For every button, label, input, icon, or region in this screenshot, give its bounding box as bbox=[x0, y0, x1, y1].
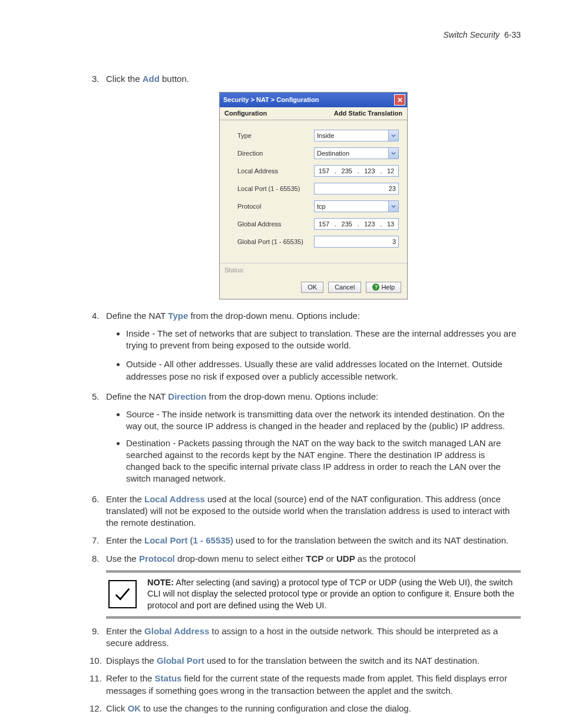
protocol-label: Protocol bbox=[237, 202, 314, 211]
dialog-subheader: Configuration Add Static Translation bbox=[220, 107, 407, 120]
bullet-source: Source - The inside network is transmitt… bbox=[126, 409, 521, 433]
global-port-field[interactable]: 3 bbox=[314, 236, 399, 248]
note-block: NOTE: After selecting (and saving) a pro… bbox=[106, 571, 521, 618]
chevron-down-icon bbox=[388, 130, 398, 141]
step-8: 8. Use the Protocol drop-down menu to se… bbox=[106, 553, 521, 565]
chevron-down-icon bbox=[388, 201, 398, 212]
step-4: 4. Define the NAT Type from the drop-dow… bbox=[106, 310, 521, 322]
add-button-label: Add bbox=[143, 74, 160, 84]
step-6: 6. Enter the Local Address used at the l… bbox=[106, 493, 521, 529]
direction-label: Direction bbox=[237, 149, 314, 158]
step-7: 7. Enter the Local Port (1 - 65535) used… bbox=[106, 535, 521, 546]
local-port-field[interactable]: 23 bbox=[314, 183, 399, 195]
nat-config-dialog: Security > NAT > Configuration ✕ Configu… bbox=[219, 92, 408, 299]
cancel-button[interactable]: Cancel bbox=[328, 282, 361, 293]
note-label: NOTE: bbox=[147, 578, 174, 587]
global-address-label: Global Address bbox=[237, 220, 314, 229]
bullet-outside: Outside - All other addresses. Usually t… bbox=[126, 358, 521, 383]
step-3: 3. Click the Add button. bbox=[106, 73, 521, 85]
ok-button[interactable]: OK bbox=[301, 282, 323, 293]
page-header: Switch Security 6-33 bbox=[41, 29, 521, 41]
dialog-title: Security > NAT > Configuration bbox=[223, 95, 319, 104]
step-5: 5. Define the NAT Direction from the dro… bbox=[106, 391, 521, 403]
bullet-inside: Inside - The set of networks that are su… bbox=[126, 328, 521, 352]
protocol-select[interactable]: tcp bbox=[314, 200, 399, 212]
type-label: Type bbox=[237, 131, 314, 140]
step-11: 11. Refer to the Status field for the cu… bbox=[106, 673, 521, 697]
local-address-field[interactable]: 157. 235. 123. 12 bbox=[314, 165, 399, 177]
local-address-label: Local Address bbox=[237, 167, 314, 176]
type-select[interactable]: Inside bbox=[314, 130, 399, 141]
local-port-label: Local Port (1 - 65535) bbox=[237, 185, 314, 193]
chevron-down-icon bbox=[388, 148, 398, 159]
header-title: Switch Security bbox=[443, 30, 500, 39]
checkmark-icon bbox=[108, 580, 137, 608]
help-icon: ? bbox=[372, 284, 379, 291]
direction-select[interactable]: Destination bbox=[314, 147, 399, 159]
status-label: Status: bbox=[220, 263, 407, 282]
bullet-destination: Destination - Packets passing through th… bbox=[126, 437, 521, 485]
step-12: 12. Click OK to use the changes to the r… bbox=[106, 703, 521, 714]
step-9: 9. Enter the Global Address to assign to… bbox=[106, 625, 521, 650]
help-button[interactable]: ?Help bbox=[366, 282, 401, 293]
global-address-field[interactable]: 157. 235. 123. 13 bbox=[314, 218, 399, 230]
note-text: After selecting (and saving) a protocol … bbox=[147, 578, 514, 610]
global-port-label: Global Port (1 - 65535) bbox=[237, 238, 314, 246]
header-page: 6-33 bbox=[504, 30, 521, 39]
step-10: 10. Displays the Global Port used to for… bbox=[106, 655, 521, 667]
close-icon[interactable]: ✕ bbox=[394, 94, 405, 106]
dialog-title-bar: Security > NAT > Configuration ✕ bbox=[220, 93, 407, 107]
